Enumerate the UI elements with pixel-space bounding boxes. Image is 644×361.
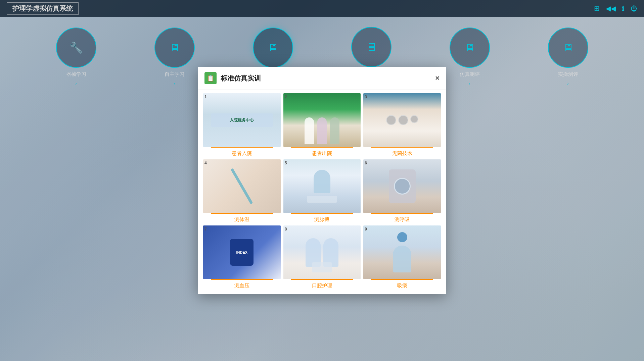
modal-header-icon: 📋 <box>204 72 217 84</box>
item-number-3: 3 <box>365 95 367 99</box>
item-number-5: 5 <box>285 161 287 165</box>
item-underline-7 <box>211 279 273 280</box>
item-underline-4 <box>211 213 273 214</box>
item-underline-3 <box>371 147 433 148</box>
modal-header: 📋 标准仿真实训 × <box>198 67 446 90</box>
grid-item-4[interactable]: 4 测体温 <box>203 159 281 223</box>
item-label-8: 口腔护理 <box>312 282 332 289</box>
item-number-4: 4 <box>204 161 207 165</box>
item-underline-2 <box>291 147 353 148</box>
grid-img-4: 4 <box>203 159 281 213</box>
grid-item-2[interactable]: 2 患者出院 <box>283 93 361 157</box>
item-label-3: 无菌技术 <box>392 150 412 157</box>
grid-img-6: 6 <box>363 159 441 213</box>
grid-img-9: 9 <box>363 225 441 279</box>
item-number-9: 9 <box>365 227 367 231</box>
grid-img-7: INDEX 7 <box>203 225 281 279</box>
item-underline-1 <box>211 147 273 148</box>
item-number-7: 7 <box>204 227 207 231</box>
grid-img-8: 8 <box>283 225 361 279</box>
item-label-4: 测体温 <box>234 216 249 223</box>
grid-item-6[interactable]: 6 测呼吸 <box>363 159 441 223</box>
modal-dialog: 📋 标准仿真实训 × 入院服务中心 1 <box>198 67 446 294</box>
document-icon: 📋 <box>207 74 214 82</box>
grid-img-3: 3 <box>363 93 441 147</box>
item-underline-8 <box>291 279 353 280</box>
item-number-1: 1 <box>204 95 207 99</box>
item-number-8: 8 <box>285 227 287 231</box>
grid-img-1: 入院服务中心 1 <box>203 93 281 147</box>
grid-item-1[interactable]: 入院服务中心 1 患者入院 <box>203 93 281 157</box>
item-label-2: 患者出院 <box>312 150 332 157</box>
item-underline-5 <box>291 213 353 214</box>
modal-title: 标准仿真实训 <box>221 74 431 83</box>
item-label-5: 测脉搏 <box>314 216 329 223</box>
item-number-2: 2 <box>285 95 287 99</box>
item-number-6: 6 <box>365 161 367 165</box>
grid-item-3[interactable]: 3 无菌技术 <box>363 93 441 157</box>
grid-item-5[interactable]: 5 测脉搏 <box>283 159 361 223</box>
grid-img-5: 5 <box>283 159 361 213</box>
item-label-6: 测呼吸 <box>395 216 410 223</box>
grid-item-8[interactable]: 8 口腔护理 <box>283 225 361 289</box>
item-underline-9 <box>371 279 433 280</box>
item-underline-6 <box>371 213 433 214</box>
item-label-9: 吸痰 <box>397 282 407 289</box>
modal-overlay: 📋 标准仿真实训 × 入院服务中心 1 <box>0 0 644 361</box>
grid-item-7[interactable]: INDEX 7 测血压 <box>203 225 281 289</box>
item-label-7: 测血压 <box>234 282 249 289</box>
item-label-1: 患者入院 <box>232 150 252 157</box>
grid-item-9[interactable]: 9 吸痰 <box>363 225 441 289</box>
modal-close-button[interactable]: × <box>435 74 440 83</box>
grid-img-2: 2 <box>283 93 361 147</box>
modal-grid: 入院服务中心 1 患者入院 <box>203 93 441 289</box>
modal-body: 入院服务中心 1 患者入院 <box>198 90 446 294</box>
